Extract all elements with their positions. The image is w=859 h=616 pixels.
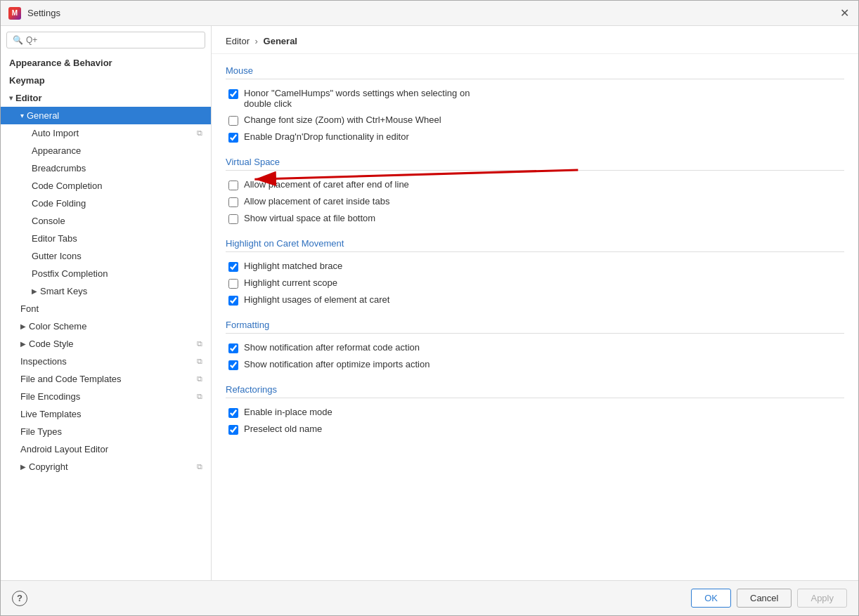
sidebar-item-label: Copyright	[29, 461, 68, 472]
sidebar-item-label: Font	[20, 303, 39, 314]
sidebar-item-label: File Types	[20, 426, 62, 437]
setting-text-drag-drop: Enable Drag'n'Drop functionality in edit…	[244, 131, 409, 142]
setting-checkbox-caret-inside-tabs[interactable]	[228, 197, 238, 207]
sidebar-item-label: Smart Keys	[40, 286, 87, 296]
setting-checkbox-inplace-mode[interactable]	[228, 408, 238, 418]
setting-text-highlight-scope: Highlight current scope	[244, 277, 337, 288]
setting-checkbox-drag-drop[interactable]	[228, 133, 238, 143]
settings-body: MouseHonor "CamelHumps" words settings w…	[212, 54, 858, 580]
setting-checkbox-font-zoom[interactable]	[228, 116, 238, 126]
search-input[interactable]	[26, 35, 199, 45]
setting-label-highlight-usages[interactable]: Highlight usages of element at caret	[228, 294, 389, 306]
chevron-icon: ▾	[9, 94, 13, 102]
sidebar-item-auto-import[interactable]: Auto Import⧉	[1, 124, 211, 142]
window-title: Settings	[27, 8, 837, 18]
settings-window: M Settings ✕ 🔍 Appearance & BehaviorKeym…	[0, 0, 859, 616]
setting-label-highlight-scope[interactable]: Highlight current scope	[228, 277, 337, 289]
setting-text-caret-inside-tabs: Allow placement of caret inside tabs	[244, 196, 389, 207]
setting-checkbox-show-reformat[interactable]	[228, 343, 238, 353]
setting-label-font-zoom[interactable]: Change font size (Zoom) with Ctrl+Mouse …	[228, 114, 441, 126]
setting-label-camel-humps[interactable]: Honor "CamelHumps" words settings when s…	[228, 88, 470, 109]
setting-label-virtual-space-bottom[interactable]: Show virtual space at file bottom	[228, 213, 375, 224]
setting-label-preselect-name[interactable]: Preselect old name	[228, 424, 322, 435]
sidebar-item-font[interactable]: Font	[1, 300, 211, 317]
sidebar-item-code-completion[interactable]: Code Completion	[1, 177, 211, 195]
setting-text-virtual-space-bottom: Show virtual space at file bottom	[244, 213, 375, 223]
section-mouse: MouseHonor "CamelHumps" words settings w…	[226, 65, 844, 145]
sidebar-item-postfix-completion[interactable]: Postfix Completion	[1, 265, 211, 282]
apply-button[interactable]: Apply	[797, 589, 847, 608]
setting-checkbox-highlight-scope[interactable]	[228, 279, 238, 289]
sidebar-item-label: General	[27, 110, 59, 121]
setting-text-camel-humps: Honor "CamelHumps" words settings when s…	[244, 88, 470, 109]
setting-checkbox-preselect-name[interactable]	[228, 425, 238, 435]
sidebar-item-appearance[interactable]: Appearance	[1, 142, 211, 159]
breadcrumb-current: General	[264, 36, 297, 46]
cancel-button[interactable]: Cancel	[737, 589, 792, 608]
setting-checkbox-camel-humps[interactable]	[228, 89, 238, 99]
sidebar-item-label: Editor	[15, 93, 42, 103]
sidebar-item-file-and-code-templates[interactable]: File and Code Templates⧉	[1, 370, 211, 388]
copy-icon: ⧉	[197, 339, 202, 348]
footer: ? OK Cancel Apply	[1, 580, 858, 615]
section-title-formatting: Formatting	[226, 320, 844, 334]
sidebar-item-appearance-behavior[interactable]: Appearance & Behavior	[1, 54, 211, 72]
help-button[interactable]: ?	[12, 591, 27, 606]
sidebar-item-live-templates[interactable]: Live Templates	[1, 405, 211, 423]
setting-checkbox-highlight-brace[interactable]	[228, 262, 238, 272]
copy-icon: ⧉	[197, 462, 202, 471]
setting-row-show-reformat: Show notification after reformat code ac…	[226, 339, 844, 356]
section-refactorings: RefactoringsEnable in-place modePreselec…	[226, 384, 844, 438]
sidebar-item-editor-tabs[interactable]: Editor Tabs	[1, 230, 211, 247]
setting-label-show-optimize[interactable]: Show notification after optimize imports…	[228, 359, 430, 370]
setting-checkbox-show-optimize[interactable]	[228, 360, 238, 370]
main-area: 🔍 Appearance & BehaviorKeymap▾Editor▾Gen…	[1, 26, 858, 580]
search-icon: 🔍	[13, 35, 23, 45]
sidebar-item-label: Keymap	[9, 75, 45, 86]
setting-text-show-optimize: Show notification after optimize imports…	[244, 359, 430, 369]
ok-button[interactable]: OK	[691, 589, 731, 608]
setting-checkbox-highlight-usages[interactable]	[228, 296, 238, 306]
setting-label-caret-inside-tabs[interactable]: Allow placement of caret inside tabs	[228, 196, 389, 207]
section-formatting: FormattingShow notification after reform…	[226, 320, 844, 373]
setting-label-highlight-brace[interactable]: Highlight matched brace	[228, 261, 342, 272]
search-box[interactable]: 🔍	[6, 32, 205, 48]
sidebar-item-general[interactable]: ▾General	[1, 107, 211, 124]
sidebar-item-file-encodings[interactable]: File Encodings⧉	[1, 388, 211, 405]
sidebar-item-code-folding[interactable]: Code Folding	[1, 195, 211, 212]
sidebar-item-copyright[interactable]: ▶Copyright⧉	[1, 458, 211, 476]
sidebar-item-label: Appearance	[32, 145, 81, 156]
breadcrumb: Editor › General	[212, 26, 858, 54]
setting-row-caret-end-of-line: Allow placement of caret after end of li…	[226, 176, 844, 193]
setting-row-highlight-brace: Highlight matched brace	[226, 258, 844, 275]
sidebar-item-editor[interactable]: ▾Editor	[1, 89, 211, 107]
setting-row-inplace-mode: Enable in-place mode	[226, 404, 844, 421]
section-title-virtual-space: Virtual Space	[226, 157, 844, 171]
sidebar-item-label: Inspections	[20, 356, 67, 367]
copy-icon: ⧉	[197, 392, 202, 401]
sidebar-item-inspections[interactable]: Inspections⧉	[1, 353, 211, 370]
sidebar-item-file-types[interactable]: File Types	[1, 423, 211, 440]
setting-checkbox-caret-end-of-line[interactable]	[228, 181, 238, 190]
sidebar-item-label: Appearance & Behavior	[9, 58, 112, 68]
copy-icon: ⧉	[197, 129, 202, 138]
sidebar-item-smart-keys[interactable]: ▶Smart Keys	[1, 282, 211, 300]
sidebar-item-keymap[interactable]: Keymap	[1, 72, 211, 89]
setting-row-highlight-scope: Highlight current scope	[226, 275, 844, 291]
setting-label-inplace-mode[interactable]: Enable in-place mode	[228, 407, 332, 418]
close-button[interactable]: ✕	[837, 6, 851, 20]
setting-label-show-reformat[interactable]: Show notification after reformat code ac…	[228, 342, 420, 353]
section-title-refactorings: Refactorings	[226, 384, 844, 398]
sidebar-item-console[interactable]: Console	[1, 212, 211, 230]
sidebar-item-breadcrumbs[interactable]: Breadcrumbs	[1, 159, 211, 177]
sidebar-item-code-style[interactable]: ▶Code Style⧉	[1, 335, 211, 353]
sidebar-item-android-layout-editor[interactable]: Android Layout Editor	[1, 440, 211, 458]
copy-icon: ⧉	[197, 357, 202, 366]
setting-checkbox-virtual-space-bottom[interactable]	[228, 214, 238, 224]
chevron-icon: ▶	[32, 287, 37, 295]
sidebar-item-color-scheme[interactable]: ▶Color Scheme	[1, 317, 211, 335]
setting-label-caret-end-of-line[interactable]: Allow placement of caret after end of li…	[228, 179, 409, 190]
sidebar-item-gutter-icons[interactable]: Gutter Icons	[1, 247, 211, 265]
setting-row-camel-humps: Honor "CamelHumps" words settings when s…	[226, 85, 844, 112]
setting-label-drag-drop[interactable]: Enable Drag'n'Drop functionality in edit…	[228, 131, 409, 143]
